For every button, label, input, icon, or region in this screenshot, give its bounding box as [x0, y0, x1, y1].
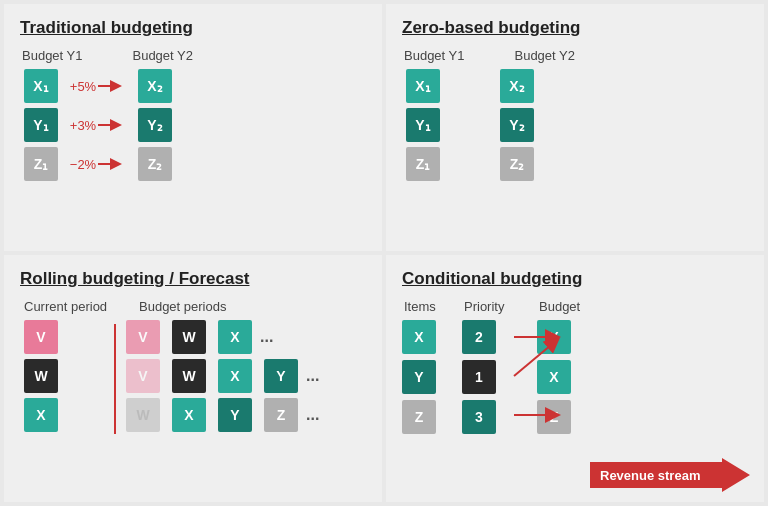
rp3-y: Y — [218, 398, 252, 432]
zero-based-budgeting-panel: Zero-based budgeting Budget Y1 Budget Y2… — [386, 4, 764, 251]
rolling-budgeting-panel: Rolling budgeting / Forecast Current per… — [4, 255, 382, 502]
y-change-label: +3% — [70, 118, 96, 133]
rolling-v: V — [24, 320, 58, 354]
conditional-budgeting-panel: Conditional budgeting Items Priority Bud… — [386, 255, 764, 502]
zero-z2: Z₂ — [500, 147, 534, 181]
dots-2: ... — [302, 367, 319, 385]
dots-3: ... — [302, 406, 319, 424]
rolling-body: V W X V W X ... V W X — [24, 320, 366, 434]
cond-budget-y: Y — [537, 320, 571, 354]
rolling-period-row-2: V W X Y ... — [126, 359, 319, 393]
cond-priority-3: 3 — [462, 400, 496, 434]
traditional-title: Traditional budgeting — [20, 18, 366, 38]
arrow-right-icon — [98, 79, 126, 93]
cond-item-y: Y — [402, 360, 436, 394]
rp2-x: X — [218, 359, 252, 393]
zero-z1: Z₁ — [406, 147, 440, 181]
conditional-col-headers: Items Priority Budget — [404, 299, 748, 314]
y-change-arrow: +3% — [58, 118, 138, 133]
cond-row-y: Y 1 X — [402, 360, 748, 394]
zero-col-2: X₂ Y₂ Z₂ — [500, 69, 534, 181]
zero-x2: X₂ — [500, 69, 534, 103]
rp3-x: X — [172, 398, 206, 432]
budget-y1-label: Budget Y1 — [22, 48, 82, 63]
zero-x1: X₁ — [406, 69, 440, 103]
table-row: X₁ +5% X₂ — [24, 69, 366, 103]
cond-row-x: X 2 Y — [402, 320, 748, 354]
svg-text:Revenue stream: Revenue stream — [600, 468, 700, 483]
revenue-stream-arrow: Revenue stream — [590, 458, 750, 492]
zero-col-1: X₁ Y₁ Z₁ — [406, 69, 440, 181]
cond-priority-1: 1 — [462, 360, 496, 394]
traditional-rows: X₁ +5% X₂ Y₁ +3% Y₂ Z₁ — [24, 69, 366, 181]
z-change-arrow: −2% — [58, 157, 138, 172]
col-priority-header: Priority — [464, 299, 519, 314]
z2-box: Z₂ — [138, 147, 172, 181]
rolling-title: Rolling budgeting / Forecast — [20, 269, 366, 289]
revenue-stream: Revenue stream — [590, 458, 750, 492]
rolling-current-col: V W X — [24, 320, 104, 432]
conditional-title: Conditional budgeting — [402, 269, 748, 289]
col-budget-header: Budget — [519, 299, 599, 314]
zero-budget-labels: Budget Y1 Budget Y2 — [404, 48, 748, 63]
cond-item-z: Z — [402, 400, 436, 434]
x2-box: X₂ — [138, 69, 172, 103]
y2-box: Y₂ — [138, 108, 172, 142]
rp3-w: W — [126, 398, 160, 432]
table-row: Y₁ +3% Y₂ — [24, 108, 366, 142]
col-items-header: Items — [404, 299, 464, 314]
zero-y1: Y₁ — [406, 108, 440, 142]
conditional-rows: X 2 Y Y 1 X Z 3 Z — [402, 320, 748, 434]
rolling-w: W — [24, 359, 58, 393]
rp2-w: W — [172, 359, 206, 393]
rp2-y: Y — [264, 359, 298, 393]
rp3-z: Z — [264, 398, 298, 432]
zero-based-title: Zero-based budgeting — [402, 18, 748, 38]
z1-box: Z₁ — [24, 147, 58, 181]
zero-y2: Y₂ — [500, 108, 534, 142]
cond-priority-2: 2 — [462, 320, 496, 354]
cond-budget-x: X — [537, 360, 571, 394]
x-change-arrow: +5% — [58, 79, 138, 94]
x-change-label: +5% — [70, 79, 96, 94]
rolling-period-row-1: V W X ... — [126, 320, 319, 354]
current-period-label: Current period — [24, 299, 139, 314]
zero-budget-y2-label: Budget Y2 — [514, 48, 574, 63]
zero-budget-y1-label: Budget Y1 — [404, 48, 464, 63]
x1-box: X₁ — [24, 69, 58, 103]
rolling-divider — [114, 324, 116, 434]
rolling-periods: V W X ... V W X Y ... W — [126, 320, 319, 432]
traditional-budget-labels: Budget Y1 Budget Y2 — [22, 48, 366, 63]
cond-budget-z: Z — [537, 400, 571, 434]
rp1-x: X — [218, 320, 252, 354]
zero-columns: X₁ Y₁ Z₁ X₂ Y₂ Z₂ — [406, 69, 748, 181]
y1-box: Y₁ — [24, 108, 58, 142]
budget-periods-label: Budget periods — [139, 299, 226, 314]
budget-y2-label: Budget Y2 — [132, 48, 192, 63]
rolling-x: X — [24, 398, 58, 432]
rp1-w: W — [172, 320, 206, 354]
rp2-v: V — [126, 359, 160, 393]
traditional-budgeting-panel: Traditional budgeting Budget Y1 Budget Y… — [4, 4, 382, 251]
cond-item-x: X — [402, 320, 436, 354]
z-change-label: −2% — [70, 157, 96, 172]
arrow-right-icon — [98, 157, 126, 171]
arrow-right-icon — [98, 118, 126, 132]
dots-1: ... — [256, 328, 273, 346]
table-row: Z₁ −2% Z₂ — [24, 147, 366, 181]
rp1-v: V — [126, 320, 160, 354]
cond-row-z: Z 3 Z — [402, 400, 748, 434]
rolling-period-row-3: W X Y Z ... — [126, 398, 319, 432]
